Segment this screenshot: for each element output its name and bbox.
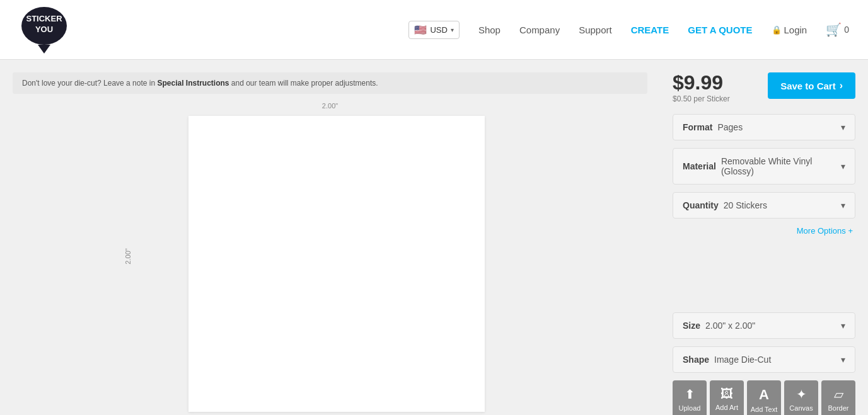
right-panel: $9.99 $0.50 per Sticker Save to Cart › F… bbox=[660, 60, 868, 415]
border-label: Border bbox=[828, 404, 848, 412]
arrow-right-icon: › bbox=[840, 80, 843, 91]
format-chevron-icon: ▾ bbox=[841, 122, 845, 132]
add-art-label: Add Art bbox=[715, 404, 738, 411]
canvas-button[interactable]: ✦ Canvas bbox=[784, 380, 818, 415]
logo[interactable]: STICKER YOU bbox=[19, 4, 69, 55]
nav-support[interactable]: Support bbox=[579, 25, 612, 35]
login-label: Login bbox=[784, 25, 807, 35]
currency-label: USD bbox=[430, 25, 447, 35]
material-chevron-icon: ▾ bbox=[841, 161, 845, 171]
format-dropdown[interactable]: Format Pages ▾ bbox=[673, 114, 855, 140]
size-dropdown[interactable]: Size 2.00" x 2.00" ▾ bbox=[673, 312, 855, 339]
notice-text-prefix: Leave a note in bbox=[103, 79, 157, 88]
upload-icon: ⬆ bbox=[685, 387, 695, 402]
cart-count: 0 bbox=[844, 25, 849, 35]
chevron-down-icon: ▾ bbox=[451, 26, 454, 33]
price-section: $9.99 $0.50 per Sticker Save to Cart › bbox=[673, 72, 855, 103]
nav-get-a-quote[interactable]: GET A QUOTE bbox=[688, 25, 752, 35]
add-art-icon: 🖼 bbox=[720, 387, 733, 401]
material-value: Removable White Vinyl (Glossy) bbox=[721, 156, 841, 176]
size-label: Size bbox=[683, 321, 700, 331]
shape-value: Image Die-Cut bbox=[714, 355, 841, 365]
size-chevron-icon: ▾ bbox=[841, 321, 845, 331]
shape-dropdown[interactable]: Shape Image Die-Cut ▾ bbox=[673, 346, 855, 373]
price-block: $9.99 $0.50 per Sticker bbox=[673, 72, 730, 103]
quantity-dropdown[interactable]: Quantity 20 Stickers ▾ bbox=[673, 192, 855, 219]
price-main: $9.99 bbox=[673, 72, 730, 93]
svg-text:STICKER: STICKER bbox=[26, 14, 62, 23]
cart[interactable]: 🛒 0 bbox=[826, 22, 849, 37]
svg-marker-1 bbox=[38, 45, 50, 54]
format-label: Format bbox=[683, 122, 712, 132]
canvas-icon: ✦ bbox=[796, 387, 807, 402]
ruler-left: 2.00" bbox=[124, 248, 132, 264]
size-value: 2.00" x 2.00" bbox=[705, 321, 841, 331]
currency-selector[interactable]: 🇺🇸 USD ▾ bbox=[408, 21, 459, 39]
cart-icon: 🛒 bbox=[826, 22, 842, 37]
shape-label: Shape bbox=[683, 355, 709, 365]
shape-chevron-icon: ▾ bbox=[841, 355, 845, 365]
header: STICKER YOU 🇺🇸 USD ▾ Shop Company Suppor… bbox=[0, 0, 868, 60]
notice-text-before: Don't love your die-cut? bbox=[22, 79, 101, 88]
add-text-button[interactable]: A Add Text bbox=[747, 380, 781, 415]
nav-create[interactable]: CREATE bbox=[631, 25, 669, 35]
ruler-top: 2.00" bbox=[322, 100, 338, 111]
spacer bbox=[673, 243, 855, 305]
border-button[interactable]: ▱ Border bbox=[821, 380, 855, 415]
add-art-button[interactable]: 🖼 Add Art bbox=[710, 380, 744, 415]
notice-special-instructions: Special Instructions bbox=[157, 79, 229, 88]
save-button-label: Save to Cart bbox=[780, 81, 836, 91]
more-options-link[interactable]: More Options + bbox=[673, 226, 855, 236]
add-text-label: Add Text bbox=[751, 406, 778, 413]
nav-login[interactable]: 🔒 Login bbox=[772, 25, 807, 35]
nav-company[interactable]: Company bbox=[519, 25, 560, 35]
nav-shop[interactable]: Shop bbox=[478, 25, 501, 35]
quantity-chevron-icon: ▾ bbox=[841, 200, 845, 210]
save-to-cart-button[interactable]: Save to Cart › bbox=[768, 72, 855, 99]
lock-icon: 🔒 bbox=[772, 25, 782, 35]
border-icon: ▱ bbox=[834, 387, 843, 402]
canvas-wrapper: 2.00" 2.00" bbox=[13, 100, 647, 412]
quantity-label: Quantity bbox=[683, 200, 719, 210]
material-label: Material bbox=[683, 161, 716, 171]
format-value: Pages bbox=[717, 122, 841, 132]
upload-label: Upload bbox=[679, 404, 701, 412]
material-dropdown[interactable]: Material Removable White Vinyl (Glossy) … bbox=[673, 148, 855, 185]
upload-button[interactable]: ⬆ Upload bbox=[673, 380, 707, 415]
sticker-canvas[interactable] bbox=[188, 116, 485, 412]
quantity-value: 20 Stickers bbox=[724, 200, 841, 210]
main-content: Don't love your die-cut? Leave a note in… bbox=[0, 60, 868, 415]
price-per-sticker: $0.50 per Sticker bbox=[673, 94, 730, 103]
main-nav: 🇺🇸 USD ▾ Shop Company Support CREATE GET… bbox=[408, 21, 849, 39]
canvas-area: Don't love your die-cut? Leave a note in… bbox=[0, 60, 660, 415]
notice-text-after: and our team will make proper adjustment… bbox=[231, 79, 378, 88]
notice-bar: Don't love your die-cut? Leave a note in… bbox=[13, 72, 647, 94]
svg-text:YOU: YOU bbox=[35, 25, 53, 34]
add-text-icon: A bbox=[759, 387, 769, 403]
flag-icon: 🇺🇸 bbox=[414, 24, 427, 36]
bottom-toolbar: ⬆ Upload 🖼 Add Art A Add Text ✦ Canvas ▱… bbox=[673, 380, 855, 415]
canvas-label: Canvas bbox=[789, 404, 813, 412]
